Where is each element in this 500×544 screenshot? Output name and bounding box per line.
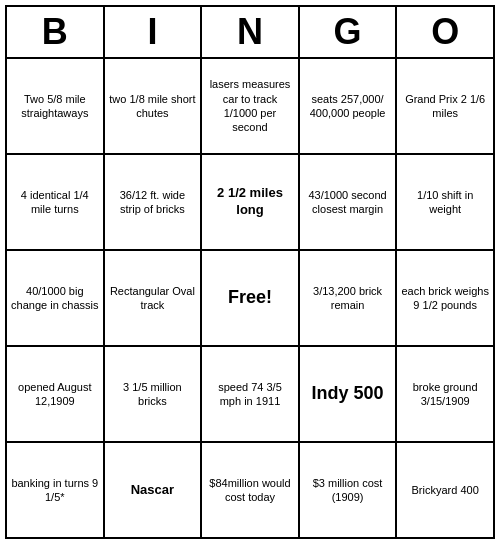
bingo-row-2: 40/1000 big change in chassisRectangular… <box>7 251 493 347</box>
bingo-cell-3-2: speed 74 3/5 mph in 1911 <box>202 347 300 441</box>
bingo-cell-0-3: seats 257,000/ 400,000 people <box>300 59 398 153</box>
bingo-cell-3-3: Indy 500 <box>300 347 398 441</box>
bingo-grid: Two 5/8 mile straightawaystwo 1/8 mile s… <box>7 59 493 537</box>
bingo-card: BINGO Two 5/8 mile straightawaystwo 1/8 … <box>5 5 495 539</box>
bingo-cell-0-0: Two 5/8 mile straightaways <box>7 59 105 153</box>
bingo-cell-2-2: Free! <box>202 251 300 345</box>
bingo-cell-4-3: $3 million cost (1909) <box>300 443 398 537</box>
bingo-row-1: 4 identical 1/4 mile turns36/12 ft. wide… <box>7 155 493 251</box>
bingo-cell-1-2: 2 1/2 miles long <box>202 155 300 249</box>
bingo-row-3: opened August 12,19093 1/5 million brick… <box>7 347 493 443</box>
bingo-cell-2-3: 3/13,200 brick remain <box>300 251 398 345</box>
bingo-cell-0-1: two 1/8 mile short chutes <box>105 59 203 153</box>
bingo-cell-1-4: 1/10 shift in weight <box>397 155 493 249</box>
header-letter: B <box>7 7 105 57</box>
header-letter: I <box>105 7 203 57</box>
bingo-row-0: Two 5/8 mile straightawaystwo 1/8 mile s… <box>7 59 493 155</box>
bingo-cell-0-2: lasers measures car to track 1/1000 per … <box>202 59 300 153</box>
bingo-cell-2-4: each brick weighs 9 1/2 pounds <box>397 251 493 345</box>
header-letter: O <box>397 7 493 57</box>
bingo-cell-1-1: 36/12 ft. wide strip of bricks <box>105 155 203 249</box>
header-letter: N <box>202 7 300 57</box>
header-letter: G <box>300 7 398 57</box>
bingo-cell-4-2: $84million would cost today <box>202 443 300 537</box>
bingo-cell-2-0: 40/1000 big change in chassis <box>7 251 105 345</box>
bingo-cell-0-4: Grand Prix 2 1/6 miles <box>397 59 493 153</box>
bingo-header: BINGO <box>7 7 493 59</box>
bingo-cell-3-0: opened August 12,1909 <box>7 347 105 441</box>
bingo-cell-4-4: Brickyard 400 <box>397 443 493 537</box>
bingo-cell-1-0: 4 identical 1/4 mile turns <box>7 155 105 249</box>
bingo-cell-2-1: Rectangular Oval track <box>105 251 203 345</box>
bingo-cell-3-4: broke ground 3/15/1909 <box>397 347 493 441</box>
bingo-row-4: banking in turns 9 1/5*Nascar$84million … <box>7 443 493 537</box>
bingo-cell-4-1: Nascar <box>105 443 203 537</box>
bingo-cell-1-3: 43/1000 second closest margin <box>300 155 398 249</box>
bingo-cell-4-0: banking in turns 9 1/5* <box>7 443 105 537</box>
bingo-cell-3-1: 3 1/5 million bricks <box>105 347 203 441</box>
